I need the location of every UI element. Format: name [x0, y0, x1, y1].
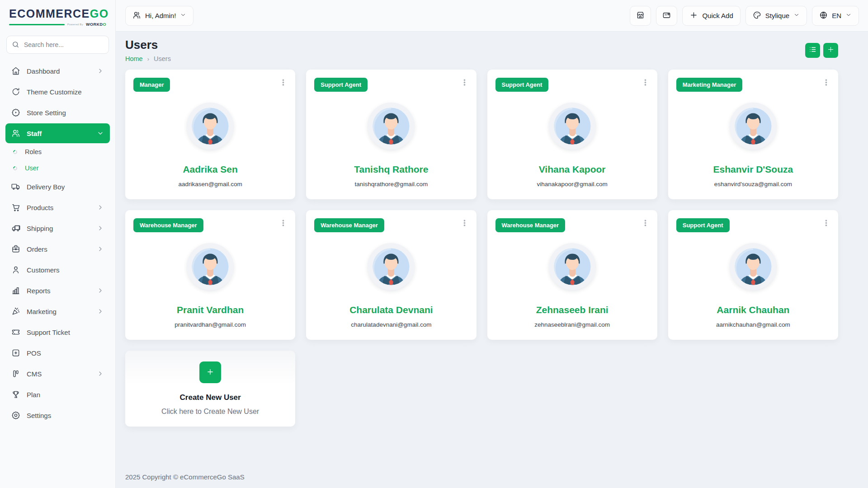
chevron-down-icon — [793, 12, 800, 19]
sidebar-item-store-setting[interactable]: Store Setting — [5, 103, 110, 122]
role-badge: Support Agent — [495, 78, 549, 92]
quick-add-button[interactable]: Quick Add — [682, 6, 740, 26]
sidebar-item-orders[interactable]: Orders — [5, 239, 110, 259]
sidebar-item-theme-customize[interactable]: Theme Customize — [5, 82, 110, 102]
chevron-right-icon — [97, 67, 104, 75]
chevron-right-icon — [97, 245, 104, 253]
user-name: Eshanvir D'Souza — [713, 164, 793, 175]
stylique-button[interactable]: Stylique — [745, 6, 807, 26]
user-email: vihanakapoor@gmail.com — [537, 181, 607, 188]
role-badge: Warehouse Manager — [495, 218, 566, 232]
kebab-menu-icon[interactable] — [642, 79, 649, 88]
list-view-button[interactable] — [805, 43, 820, 58]
customers-icon — [11, 265, 20, 274]
workdo-brand: WORKDO — [86, 22, 106, 27]
sidebar-item-support-ticket[interactable]: Support Ticket — [5, 322, 110, 342]
user-email: zehnaseeblrani@gmail.com — [534, 321, 610, 328]
reports-icon — [11, 286, 20, 295]
kebab-menu-icon[interactable] — [461, 219, 468, 229]
support-ticket-icon — [11, 328, 20, 337]
breadcrumb-home-link[interactable]: Home — [125, 55, 143, 62]
kebab-menu-icon[interactable] — [822, 79, 830, 88]
storefront-button[interactable] — [630, 6, 651, 26]
admin-menu-button[interactable]: Hi, Admin! — [125, 6, 193, 26]
avatar — [730, 243, 777, 290]
sidebar-item-reports[interactable]: Reports — [5, 281, 110, 300]
sidebar-item-delivery-boy[interactable]: Delivery Boy — [5, 177, 110, 197]
kebab-menu-icon[interactable] — [642, 219, 649, 229]
sidebar-item-settings[interactable]: Settings — [5, 405, 110, 425]
list-icon — [809, 46, 816, 55]
page-title: Users — [125, 38, 171, 52]
kebab-menu-icon[interactable] — [279, 219, 287, 229]
sidebar-item-shipping[interactable]: Shipping — [5, 218, 110, 238]
user-name: Charulata Devnani — [349, 305, 433, 315]
orders-icon — [11, 244, 20, 253]
logo-text: ECOMMERCEGO — [9, 7, 106, 20]
user-card: Support Agent Aarnik Chauhan aarnikchauh… — [668, 210, 838, 340]
store-setting-icon — [11, 108, 20, 117]
kebab-menu-icon[interactable] — [279, 79, 287, 88]
user-group-icon — [132, 11, 141, 21]
settings-icon — [11, 411, 20, 420]
add-user-button[interactable] — [823, 43, 838, 58]
cms-icon — [11, 369, 20, 378]
sub-dot-icon — [12, 165, 18, 171]
chevron-right-icon — [97, 287, 104, 294]
sidebar-item-marketing[interactable]: Marketing — [5, 301, 110, 321]
user-card: Warehouse Manager Pranit Vardhan pranitv… — [125, 210, 295, 340]
sidebar-item-cms[interactable]: CMS — [5, 364, 110, 384]
sidebar-item-roles[interactable]: Roles — [5, 144, 110, 160]
chevron-right-icon — [97, 370, 104, 377]
pos-icon — [11, 348, 20, 357]
user-name: Pranit Vardhan — [177, 305, 244, 315]
sub-dot-icon — [12, 149, 18, 155]
staff-icon — [11, 129, 20, 138]
powered-by-label: Powered By — [67, 23, 83, 26]
user-email: tanishqrathore@gmail.com — [355, 181, 428, 188]
logo-underline — [9, 24, 65, 25]
top-header: Hi, Admin! Quick Add Stylique EN — [116, 0, 868, 32]
content: Users Home › Users Manager Aadrika Sen a… — [116, 32, 868, 488]
plus-icon — [827, 46, 835, 55]
language-button[interactable]: EN — [812, 6, 859, 26]
search-input[interactable] — [6, 36, 109, 54]
user-name: Zehnaseeb Irani — [536, 305, 609, 315]
create-user-plus-button[interactable] — [199, 361, 221, 383]
sidebar-item-dashboard[interactable]: Dashboard — [5, 61, 110, 81]
sidebar-item-user[interactable]: User — [5, 160, 110, 176]
chevron-right-icon — [97, 308, 104, 315]
kebab-menu-icon[interactable] — [822, 219, 830, 229]
theme-customize-icon — [11, 87, 20, 96]
footer-copyright: 2025 Copyright © eCommerceGo SaaS — [125, 467, 838, 488]
user-email: aadrikasen@gmail.com — [178, 181, 242, 188]
chevron-right-icon — [97, 204, 104, 211]
chevron-down-icon — [845, 12, 852, 19]
chevron-down-icon — [180, 12, 186, 19]
user-cards-grid: Manager Aadrika Sen aadrikasen@gmail.com… — [125, 70, 838, 427]
app-logo[interactable]: ECOMMERCEGO Powered By WORKDO — [0, 0, 115, 29]
plus-icon — [206, 368, 214, 377]
plan-icon — [11, 390, 20, 399]
create-new-user-card[interactable]: Create New User Click here to Create New… — [125, 351, 295, 427]
sidebar-item-plan[interactable]: Plan — [5, 385, 110, 404]
chevron-right-icon — [97, 225, 104, 232]
role-badge: Warehouse Manager — [133, 218, 203, 232]
sidebar-item-products[interactable]: Products — [5, 197, 110, 217]
message-icon — [662, 11, 671, 21]
shipping-icon — [11, 224, 20, 233]
sidebar-item-staff[interactable]: Staff — [5, 123, 110, 143]
user-card: Manager Aadrika Sen aadrikasen@gmail.com — [125, 70, 295, 199]
messages-button[interactable] — [656, 6, 677, 26]
breadcrumb-current: Users — [154, 55, 171, 62]
user-email: aarnikchauhan@gmail.com — [716, 321, 790, 328]
sidebar-item-customers[interactable]: Customers — [5, 260, 110, 280]
user-card: Warehouse Manager Charulata Devnani char… — [306, 210, 476, 340]
sidebar-item-pos[interactable]: POS — [5, 343, 110, 363]
page-head: Users Home › Users — [125, 38, 838, 62]
avatar — [549, 103, 596, 150]
avatar — [730, 103, 777, 150]
products-icon — [11, 203, 20, 212]
kebab-menu-icon[interactable] — [461, 79, 468, 88]
delivery-boy-icon — [11, 182, 20, 191]
